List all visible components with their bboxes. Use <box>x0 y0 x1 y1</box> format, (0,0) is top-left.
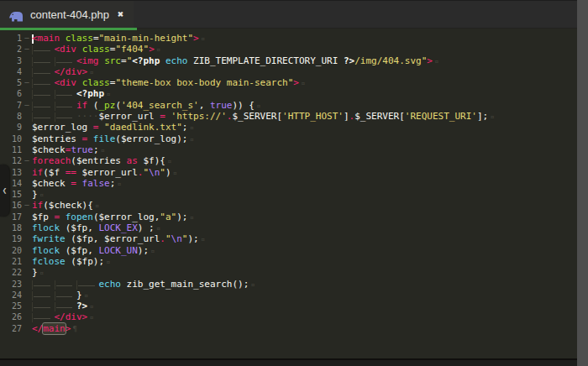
eol-marker: ¤ <box>201 34 205 43</box>
code-line[interactable]: 23echo zib_get_main_search();¤ <box>0 279 577 290</box>
token-attr: class <box>82 44 110 55</box>
tab-whitespace <box>32 90 55 99</box>
code-line[interactable]: 26</div>¤ <box>0 311 577 322</box>
token-txt: $entries <box>32 133 82 144</box>
fold-marker[interactable]: – <box>22 77 32 88</box>
token-txt: } <box>32 189 38 200</box>
tab-whitespace <box>55 90 77 99</box>
fold-marker[interactable]: – <box>22 100 32 111</box>
line-number[interactable]: 26 <box>0 311 22 322</box>
fold-spacer <box>22 279 32 290</box>
space-whitespace: ···· <box>76 111 99 122</box>
code-text: $check = false;¤ <box>32 178 577 189</box>
tab-close-icon[interactable]: ✖ <box>118 9 123 19</box>
token-tag: > <box>149 44 155 55</box>
tab-whitespace <box>32 102 55 111</box>
code-line[interactable]: 16–if($check){¤ <box>0 200 577 211</box>
code-line[interactable]: 27</main>¶ <box>0 323 577 334</box>
fold-spacer <box>22 111 32 122</box>
code-line[interactable]: 4</div>¤ <box>0 66 577 77</box>
eol-marker: ¤ <box>201 235 205 243</box>
tab-whitespace <box>55 112 77 122</box>
line-number[interactable]: 21 <box>0 256 22 267</box>
line-number[interactable]: 22 <box>0 267 22 278</box>
line-number[interactable]: 8 <box>0 111 22 122</box>
token-txt: ($fp); <box>66 256 104 267</box>
token-tag: > <box>293 77 299 88</box>
token-str: 'HTTP_HOST' <box>282 111 344 122</box>
fold-spacer <box>22 189 32 200</box>
token-kw: if <box>76 100 87 111</box>
tab-content-404-php[interactable]: content-404.php ✖ <box>0 1 134 28</box>
line-number[interactable]: 27 <box>0 323 22 334</box>
code-line[interactable]: 7–if (_pz('404_search_s', true)) {¤ <box>0 100 577 111</box>
eol-marker: ¤ <box>89 313 93 322</box>
line-number[interactable]: 2 <box>0 44 22 55</box>
token-txt: ( <box>115 100 121 111</box>
line-number[interactable]: 24 <box>0 290 22 301</box>
chevron-left-icon: ❮ <box>3 186 7 195</box>
code-line[interactable]: 2–<div class="f404">¤ <box>0 44 577 55</box>
line-number[interactable]: 19 <box>0 233 22 244</box>
fold-marker[interactable]: – <box>22 33 32 44</box>
tab-whitespace <box>32 302 55 311</box>
code-text: </div>¤ <box>32 311 577 322</box>
line-number[interactable]: 1 <box>0 33 22 44</box>
fold-marker[interactable]: – <box>22 200 32 211</box>
token-const: \n <box>149 167 160 178</box>
line-number[interactable]: 5 <box>0 77 22 88</box>
code-line[interactable]: 5–<div class="theme-box box-body main-se… <box>0 77 577 88</box>
line-number[interactable]: 20 <box>0 245 22 256</box>
sidebar-toggle-handle[interactable]: ❮ <box>0 165 9 217</box>
code-text: ?>¤ <box>32 301 577 311</box>
code-line[interactable]: 10$entries = file($error_log);¤ <box>0 133 577 144</box>
code-line[interactable]: 21fclose ($fp);¤ <box>0 256 577 267</box>
code-line[interactable]: 9$error_log = "daedlink.txt";¤ <box>0 122 577 133</box>
code-line[interactable]: 22}¤ <box>0 267 577 278</box>
line-number[interactable]: 11 <box>0 144 22 155</box>
code-line[interactable]: 8····$error_url = 'https://'.$_SERVER['H… <box>0 111 577 122</box>
token-txt: ($error_log, <box>93 212 160 222</box>
tab-whitespace <box>32 79 55 88</box>
code-line[interactable]: 12–foreach($entries as $f){¤ <box>0 155 577 166</box>
fold-spacer <box>22 245 32 256</box>
line-number[interactable]: 3 <box>0 55 22 66</box>
line-number[interactable]: 9 <box>0 122 22 133</box>
fold-marker[interactable]: – <box>22 155 32 166</box>
code-line[interactable]: 6<?php¤ <box>0 88 577 99</box>
code-line[interactable]: 25?>¤ <box>0 301 577 311</box>
code-line[interactable]: 19fwrite ($fp, $error_url."\n");¤ <box>0 233 577 244</box>
code-line[interactable]: 1–<main class="main-min-height">¤ <box>0 33 577 44</box>
token-str: " <box>160 167 165 178</box>
fold-marker[interactable]: – <box>22 44 32 55</box>
line-number[interactable]: 7 <box>0 100 22 111</box>
line-number[interactable]: 23 <box>0 279 22 290</box>
code-line[interactable]: 18flock ($fp, LOCK_EX) ;¤ <box>0 222 577 233</box>
line-number[interactable]: 10 <box>0 133 22 144</box>
code-line[interactable]: 11$check=true;¤ <box>0 144 577 155</box>
token-fn: echo <box>165 55 188 66</box>
token-txt: ($f <box>43 167 66 178</box>
code-line[interactable]: 13if($f == $error_url."\n")¤ <box>0 167 577 178</box>
code-line[interactable]: 14$check = false;¤ <box>0 178 577 189</box>
tab-label: content-404.php <box>30 8 109 21</box>
code-area[interactable]: 1–<main class="main-min-height">¤2–<div … <box>0 31 577 358</box>
token-txt: zib_get_main_search(); <box>121 279 249 290</box>
code-line[interactable]: 17$fp = fopen($error_log,"a");¤ <box>0 212 577 222</box>
code-line[interactable]: 3<img src="<?php echo ZIB_TEMPLATE_DIREC… <box>0 55 577 66</box>
token-txt <box>60 33 66 44</box>
token-txt: ( <box>87 100 98 111</box>
eol-marker: ¤ <box>490 112 494 121</box>
code-line[interactable]: 24}¤ <box>0 290 577 301</box>
code-line[interactable]: 20flock ($fp, LOCK_UN);¤ <box>0 245 577 256</box>
token-fn: fwrite <box>32 233 66 244</box>
token-tag: <div <box>55 77 77 88</box>
fold-spacer <box>22 66 32 77</box>
token-str: /img/404.svg" <box>354 55 427 66</box>
code-line[interactable]: 15}¤ <box>0 189 577 200</box>
line-number[interactable]: 18 <box>0 222 22 233</box>
line-number[interactable]: 4 <box>0 66 22 77</box>
line-number[interactable]: 25 <box>0 301 22 311</box>
line-number[interactable]: 6 <box>0 88 22 99</box>
token-txt: } <box>76 290 82 301</box>
